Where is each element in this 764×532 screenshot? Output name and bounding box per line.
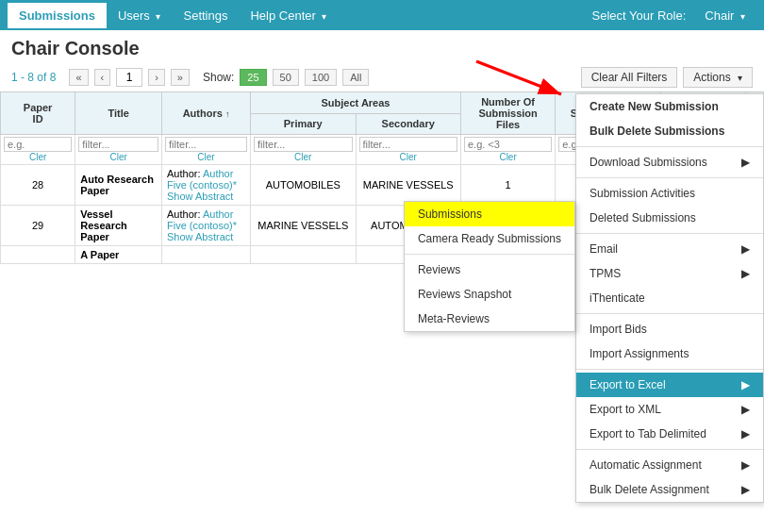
author-link-29[interactable]: Author Five (contoso)* — [167, 208, 237, 231]
show-50-button[interactable]: 50 — [273, 69, 299, 86]
pag-next-button[interactable]: › — [148, 69, 165, 86]
menu-export-tab-label: Export to Tab Delimited — [590, 427, 706, 441]
authors-sort-icon: ↑ — [225, 109, 230, 119]
show-label: Show: — [203, 71, 234, 84]
pag-page-input[interactable] — [116, 68, 142, 87]
filter-paper-id-clear[interactable]: Cler — [4, 152, 72, 162]
menu-export-xml-label: Export to XML — [590, 403, 661, 416]
submenu-reviews[interactable]: Reviews — [405, 258, 574, 282]
menu-download-submissions[interactable]: Download Submissions ▶ — [576, 150, 763, 175]
cell-paper-id-28: 28 — [1, 165, 75, 206]
menu-bulk-delete-submissions[interactable]: Bulk Delete Submissions — [576, 119, 763, 143]
menu-import-assignments[interactable]: Import Assignments — [576, 341, 763, 366]
menu-tpms-label: TPMS — [590, 267, 621, 280]
pagination-info: 1 - 8 of 8 — [11, 71, 56, 84]
menu-bulk-delete-assignment-label: Bulk Delete Assignment — [590, 483, 709, 496]
nav-role-label: Select Your Role: — [585, 3, 694, 28]
col-authors: Authors ↑ — [162, 92, 251, 135]
menu-auto-assignment-label: Automatic Assignment — [590, 458, 702, 472]
filter-paper-id: Cler — [1, 135, 75, 165]
menu-export-tab[interactable]: Export to Tab Delimited ▶ — [576, 422, 763, 446]
menu-tpms-arrow: ▶ — [741, 267, 750, 280]
paper-title-28: Auto Research Paper — [80, 174, 154, 196]
cell-title-28: Auto Research Paper — [75, 165, 162, 206]
col-primary: Primary — [251, 113, 356, 135]
submenu-submissions[interactable]: Submissions — [405, 202, 574, 226]
col-paper-id: PaperID — [1, 92, 75, 135]
menu-bulk-delete-assignment[interactable]: Bulk Delete Assignment ▶ — [576, 477, 763, 502]
author-link-28[interactable]: Author Five (contoso)* — [167, 168, 237, 191]
filter-authors-clear[interactable]: Cler — [165, 152, 247, 162]
menu-email-label: Email — [590, 242, 618, 256]
filter-paper-id-input[interactable] — [4, 137, 72, 152]
cell-primary-a — [251, 246, 356, 264]
menu-ithenticate[interactable]: iThenticate — [576, 286, 763, 310]
divider1 — [576, 146, 763, 147]
export-submenu: Submissions Camera Ready Submissions Rev… — [404, 201, 575, 332]
cell-authors-29: Author: Author Five (contoso)* Show Abst… — [162, 206, 251, 246]
menu-bulk-delete-assignment-arrow: ▶ — [741, 483, 750, 496]
clear-all-filters-button[interactable]: Clear All Filters — [581, 67, 678, 88]
submenu-meta-reviews[interactable]: Meta-Reviews — [405, 307, 574, 331]
menu-create-submission[interactable]: Create New Submission — [576, 94, 763, 119]
menu-auto-assignment[interactable]: Automatic Assignment ▶ — [576, 453, 763, 477]
paper-title-a: A Paper — [80, 249, 119, 260]
menu-export-excel[interactable]: Export to Excel ▶ — [576, 373, 763, 397]
col-title: Title — [75, 92, 162, 135]
nav-role-chair[interactable]: Chair ▾ — [693, 3, 756, 28]
menu-deleted-submissions[interactable]: Deleted Submissions — [576, 206, 763, 230]
filter-primary-clear[interactable]: Cler — [254, 152, 352, 162]
filter-primary-input[interactable] — [254, 137, 352, 152]
page-header: Chair Console — [0, 30, 764, 63]
menu-submission-activities[interactable]: Submission Activities — [576, 181, 763, 206]
nav-users[interactable]: Users ▾ — [107, 3, 173, 28]
cell-paper-id-a — [1, 246, 75, 264]
menu-export-xml-arrow: ▶ — [741, 403, 750, 416]
menu-download-label: Download Submissions — [590, 156, 707, 169]
nav-submissions[interactable]: Submissions — [8, 3, 107, 28]
toolbar: 1 - 8 of 8 « ‹ › » Show: 25 50 100 All C… — [0, 63, 764, 91]
menu-email-arrow: ▶ — [741, 242, 750, 256]
menu-export-tab-arrow: ▶ — [741, 427, 750, 441]
top-navigation: Submissions Users ▾ Settings Help Center… — [0, 0, 764, 30]
filter-title-input[interactable] — [78, 137, 158, 152]
menu-download-arrow: ▶ — [741, 156, 750, 169]
divider2 — [576, 177, 763, 178]
actions-dropdown: Create New Submission Bulk Delete Submis… — [575, 93, 764, 503]
cell-title-a: A Paper — [75, 246, 162, 264]
cell-authors-28: Author: Author Five (contoso)* Show Abst… — [162, 165, 251, 206]
submenu-camera-ready[interactable]: Camera Ready Submissions — [405, 226, 574, 251]
filter-primary: Cler — [251, 135, 356, 165]
filter-title: Cler — [75, 135, 162, 165]
show-abstract-29[interactable]: Show Abstract — [167, 231, 233, 242]
page-title: Chair Console — [11, 38, 753, 59]
menu-export-xml[interactable]: Export to XML ▶ — [576, 397, 763, 422]
divider3 — [576, 233, 763, 234]
nav-help-center[interactable]: Help Center ▾ — [239, 3, 338, 28]
submenu-reviews-snapshot[interactable]: Reviews Snapshot — [405, 282, 574, 307]
pag-prev-button[interactable]: ‹ — [94, 69, 111, 86]
show-all-button[interactable]: All — [342, 69, 369, 86]
pag-last-button[interactable]: » — [171, 69, 190, 86]
menu-auto-assignment-arrow: ▶ — [741, 458, 750, 472]
divider5 — [576, 369, 763, 370]
menu-email[interactable]: Email ▶ — [576, 237, 763, 261]
filter-authors-input[interactable] — [165, 137, 247, 152]
actions-button[interactable]: Actions ▾ — [683, 67, 753, 88]
menu-export-excel-label: Export to Excel — [590, 378, 666, 391]
nav-settings[interactable]: Settings — [172, 3, 239, 28]
filter-title-clear[interactable]: Cler — [78, 152, 158, 162]
menu-export-excel-arrow: ▶ — [741, 378, 750, 391]
submenu-divider1 — [405, 254, 574, 255]
divider6 — [576, 449, 763, 450]
menu-tpms[interactable]: TPMS ▶ — [576, 261, 763, 286]
cell-title-29: Vessel Research Paper — [75, 206, 162, 246]
divider4 — [576, 313, 763, 314]
pag-first-button[interactable]: « — [69, 69, 88, 86]
show-abstract-28[interactable]: Show Abstract — [167, 191, 233, 202]
show-100-button[interactable]: 100 — [305, 69, 337, 86]
menu-import-bids[interactable]: Import Bids — [576, 317, 763, 341]
cell-primary-29: MARINE VESSELS — [251, 206, 356, 246]
show-25-button[interactable]: 25 — [240, 69, 266, 86]
cell-primary-28: AUTOMOBILES — [251, 165, 356, 206]
